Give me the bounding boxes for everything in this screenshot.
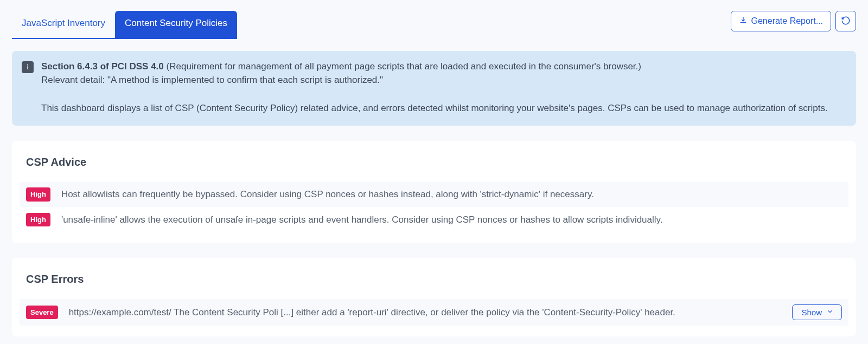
csp-errors-heading: CSP Errors [26, 271, 842, 287]
csp-advice-heading: CSP Advice [26, 154, 842, 170]
severity-badge: Severe [26, 306, 58, 320]
info-banner: i Section 6.4.3 of PCI DSS 4.0 (Requirem… [12, 51, 856, 126]
advice-text: Host allowlists can frequently be bypass… [61, 187, 842, 202]
advice-text: 'unsafe-inline' allows the execution of … [61, 213, 842, 227]
generate-report-button[interactable]: Generate Report... [731, 11, 831, 31]
info-section-rest: (Requirement for management of all payme… [164, 61, 641, 72]
generate-report-label: Generate Report... [751, 16, 823, 26]
info-description: This dashboard displays a list of CSP (C… [41, 101, 828, 115]
show-button[interactable]: Show [792, 304, 842, 320]
tab-content-security-policies[interactable]: Content Security Policies [115, 11, 237, 39]
chevron-down-icon [826, 308, 834, 317]
download-icon [739, 16, 748, 27]
csp-advice-card: CSP Advice High Host allowlists can freq… [12, 141, 856, 243]
tabs: JavaScript Inventory Content Security Po… [12, 11, 237, 39]
info-section-title: Section 6.4.3 of PCI DSS 4.0 [41, 61, 164, 72]
csp-errors-card: CSP Errors Severe https://example.com/te… [12, 258, 856, 336]
advice-row: High 'unsafe-inline' allows the executio… [26, 207, 842, 232]
tab-javascript-inventory[interactable]: JavaScript Inventory [12, 11, 115, 39]
error-text: https://example.com/test/ The Content Se… [69, 306, 782, 320]
severity-badge: High [26, 213, 50, 227]
severity-badge: High [26, 187, 50, 202]
show-button-label: Show [801, 308, 822, 317]
refresh-icon [841, 16, 851, 27]
error-row: Severe https://example.com/test/ The Con… [20, 299, 848, 326]
info-detail: Relevant detail: "A method is implemente… [41, 73, 828, 87]
refresh-button[interactable] [835, 11, 856, 31]
advice-row: High Host allowlists can frequently be b… [20, 182, 848, 207]
info-icon: i [22, 61, 34, 73]
